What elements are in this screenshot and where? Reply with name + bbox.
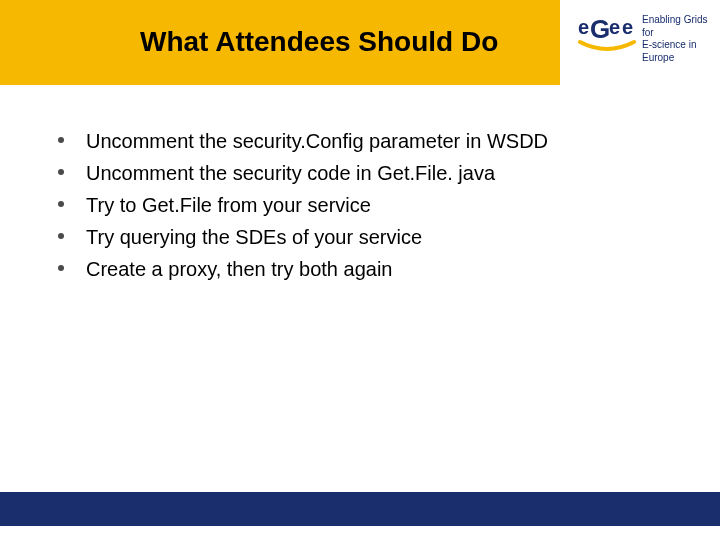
slide-title: What Attendees Should Do	[140, 26, 498, 58]
bullet-text: Try to Get.File from your service	[86, 192, 371, 218]
logo-tagline-line2: E-science in Europe	[642, 39, 708, 64]
svg-text:e: e	[622, 16, 633, 38]
bullet-dot-icon	[58, 137, 64, 143]
egee-logo: e G e e Enabling Grids for E-science in …	[578, 14, 708, 64]
bullet-dot-icon	[58, 265, 64, 271]
bullet-text: Create a proxy, then try both again	[86, 256, 392, 282]
egee-logo-tagline: Enabling Grids for E-science in Europe	[642, 14, 708, 64]
svg-text:G: G	[590, 14, 610, 44]
footer-band	[0, 492, 720, 526]
bullet-text: Try querying the SDEs of your service	[86, 224, 422, 250]
list-item: Try querying the SDEs of your service	[58, 224, 680, 250]
list-item: Uncomment the security code in Get.File.…	[58, 160, 680, 186]
bullet-dot-icon	[58, 201, 64, 207]
bullet-text: Uncomment the security.Config parameter …	[86, 128, 548, 154]
bullet-text: Uncomment the security code in Get.File.…	[86, 160, 495, 186]
svg-text:e: e	[609, 16, 620, 38]
bullet-dot-icon	[58, 233, 64, 239]
list-item: Uncomment the security.Config parameter …	[58, 128, 680, 154]
logo-tagline-line1: Enabling Grids for	[642, 14, 708, 39]
list-item: Try to Get.File from your service	[58, 192, 680, 218]
list-item: Create a proxy, then try both again	[58, 256, 680, 282]
bullet-list: Uncomment the security.Config parameter …	[58, 128, 680, 288]
egee-logo-icon: e G e e	[578, 14, 636, 60]
svg-text:e: e	[578, 16, 589, 38]
bullet-dot-icon	[58, 169, 64, 175]
